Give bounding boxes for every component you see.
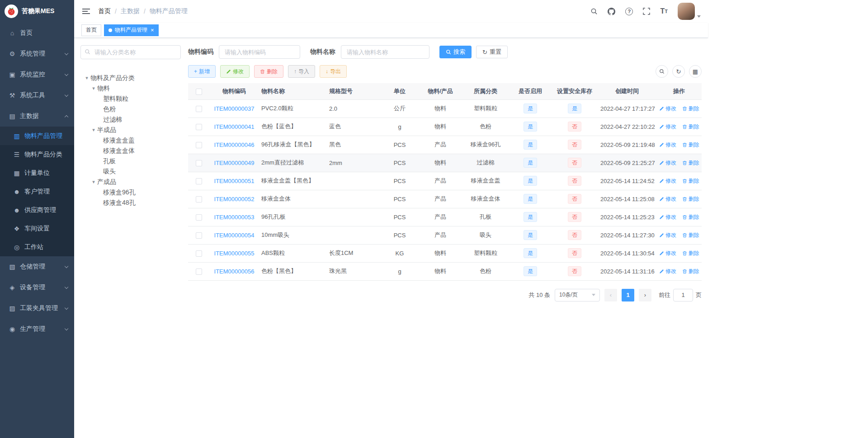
sidebar-item-fixture-management[interactable]: ▨ 工装夹具管理 — [0, 298, 74, 319]
sidebar-item-warehouse-management[interactable]: ▧ 仓储管理 — [0, 256, 74, 277]
edit-link[interactable]: 修改 — [659, 141, 676, 149]
sidebar-item-home[interactable]: ⌂ 首页 — [0, 23, 74, 43]
item-code-link[interactable]: ITEM00000041 — [214, 123, 255, 130]
row-checkbox[interactable] — [196, 160, 202, 166]
column-settings-button[interactable]: ▦ — [689, 65, 702, 78]
user-menu[interactable] — [678, 3, 701, 20]
row-checkbox[interactable] — [196, 214, 202, 221]
search-icon[interactable] — [590, 8, 598, 15]
delete-link[interactable]: 删除 — [682, 159, 699, 167]
add-button[interactable]: +新增 — [188, 65, 216, 78]
sidebar-item-measure-unit[interactable]: ▦ 计量单位 — [0, 164, 74, 182]
page-number-button[interactable]: 1 — [622, 289, 634, 301]
import-button[interactable]: ↑导入 — [288, 65, 315, 78]
sidebar-item-master-data[interactable]: ▤ 主数据 — [0, 106, 74, 127]
delete-link[interactable]: 删除 — [682, 123, 699, 131]
tree-node-well-plate[interactable]: 孔板 — [80, 156, 181, 166]
item-code-link[interactable]: ITEM00000056 — [214, 268, 255, 275]
item-code-link[interactable]: ITEM00000055 — [214, 250, 255, 257]
edit-link[interactable]: 修改 — [659, 123, 676, 131]
edit-link[interactable]: 修改 — [659, 105, 676, 113]
edit-link[interactable]: 修改 — [659, 177, 676, 185]
close-icon[interactable]: × — [151, 27, 154, 33]
row-checkbox[interactable] — [196, 232, 202, 239]
caret-down-icon[interactable]: ▾ — [90, 179, 97, 185]
fullscreen-icon[interactable] — [643, 8, 650, 15]
tab-material-product-management[interactable]: 物料产品管理 × — [104, 24, 159, 36]
tree-node-plastic-granule[interactable]: 塑料颗粒 — [80, 94, 181, 104]
toggle-search-button[interactable] — [656, 65, 668, 78]
delete-link[interactable]: 删除 — [682, 213, 699, 221]
delete-link[interactable]: 删除 — [682, 268, 699, 275]
item-code-link[interactable]: ITEM00000046 — [214, 141, 255, 148]
row-checkbox[interactable] — [196, 178, 202, 184]
select-all-checkbox[interactable] — [196, 89, 202, 95]
next-page-button[interactable]: › — [639, 289, 651, 301]
breadcrumb-master-data[interactable]: 主数据 — [121, 7, 140, 15]
sidebar-item-production-management[interactable]: ◉ 生产管理 — [0, 319, 74, 339]
caret-down-icon[interactable]: ▾ — [90, 85, 97, 91]
delete-link[interactable]: 删除 — [682, 231, 699, 239]
reset-button[interactable]: ↻ 重置 — [476, 46, 508, 58]
page-size-select[interactable]: 10条/页 — [555, 289, 600, 301]
help-icon[interactable]: ? — [625, 8, 633, 15]
name-filter-input[interactable] — [341, 45, 429, 59]
tab-home[interactable]: 首页 — [81, 24, 101, 36]
prev-page-button[interactable]: ‹ — [604, 289, 617, 301]
delete-link[interactable]: 删除 — [682, 105, 699, 113]
edit-button[interactable]: 修改 — [220, 65, 250, 78]
delete-link[interactable]: 删除 — [682, 195, 699, 203]
row-checkbox[interactable] — [196, 106, 202, 112]
row-checkbox[interactable] — [196, 142, 202, 148]
refresh-button[interactable]: ↻ — [672, 65, 685, 78]
code-filter-input[interactable] — [219, 45, 300, 59]
edit-link[interactable]: 修改 — [659, 159, 676, 167]
item-code-link[interactable]: ITEM00000053 — [214, 214, 255, 221]
caret-down-icon[interactable]: ▾ — [90, 127, 97, 133]
row-checkbox[interactable] — [196, 124, 202, 130]
sidebar-item-material-product-management[interactable]: ▥ 物料产品管理 — [0, 127, 74, 145]
sidebar-item-customer-management[interactable]: ☻ 客户管理 — [0, 182, 74, 201]
delete-link[interactable]: 删除 — [682, 250, 699, 257]
item-code-link[interactable]: ITEM00000037 — [214, 105, 255, 112]
tree-node-box-96[interactable]: 移液盒96孔 — [80, 187, 181, 198]
breadcrumb-home[interactable]: 首页 — [98, 7, 111, 15]
tree-node-filter-cotton[interactable]: 过滤棉 — [80, 114, 181, 125]
edit-link[interactable]: 修改 — [659, 195, 676, 203]
edit-link[interactable]: 修改 — [659, 231, 676, 239]
item-code-link[interactable]: ITEM00000051 — [214, 178, 255, 184]
row-checkbox[interactable] — [196, 196, 202, 203]
edit-link[interactable]: 修改 — [659, 250, 676, 257]
tree-node-material[interactable]: ▾物料 — [80, 83, 181, 94]
goto-page-input[interactable] — [673, 289, 693, 301]
tree-node-finished[interactable]: ▾产成品 — [80, 177, 181, 187]
tree-node-tip[interactable]: 吸头 — [80, 166, 181, 177]
export-button[interactable]: ↓导出 — [320, 65, 347, 78]
edit-link[interactable]: 修改 — [659, 213, 676, 221]
sidebar-item-workstation[interactable]: ◎ 工作站 — [0, 238, 74, 256]
app-logo[interactable]: 苦糖果MES — [0, 0, 74, 23]
delete-button[interactable]: 删除 — [254, 65, 283, 78]
hamburger-icon[interactable] — [81, 7, 91, 16]
font-size-icon[interactable]: TT — [660, 7, 668, 15]
search-button[interactable]: 搜索 — [439, 46, 472, 58]
item-code-link[interactable]: ITEM00000049 — [214, 160, 255, 166]
row-checkbox[interactable] — [196, 250, 202, 257]
category-search-input[interactable] — [80, 45, 181, 59]
tree-node-pigment[interactable]: 色粉 — [80, 104, 181, 114]
sidebar-item-workshop-settings[interactable]: ❖ 车间设置 — [0, 219, 74, 238]
item-code-link[interactable]: ITEM00000052 — [214, 196, 255, 203]
row-checkbox[interactable] — [196, 268, 202, 275]
sidebar-item-supplier-management[interactable]: ☻ 供应商管理 — [0, 201, 74, 219]
tree-node-box-48[interactable]: 移液盒48孔 — [80, 198, 181, 208]
sidebar-item-material-product-category[interactable]: ☰ 物料产品分类 — [0, 145, 74, 164]
sidebar-item-device-management[interactable]: ◈ 设备管理 — [0, 277, 74, 298]
tree-node-semi-finished[interactable]: ▾半成品 — [80, 125, 181, 135]
tree-node-box-body[interactable]: 移液盒盒体 — [80, 146, 181, 156]
delete-link[interactable]: 删除 — [682, 177, 699, 185]
github-icon[interactable] — [608, 8, 615, 15]
sidebar-item-system-tools[interactable]: ⚒ 系统工具 — [0, 85, 74, 106]
delete-link[interactable]: 删除 — [682, 141, 699, 149]
item-code-link[interactable]: ITEM00000054 — [214, 232, 255, 239]
sidebar-item-system-monitoring[interactable]: ▣ 系统监控 — [0, 64, 74, 85]
